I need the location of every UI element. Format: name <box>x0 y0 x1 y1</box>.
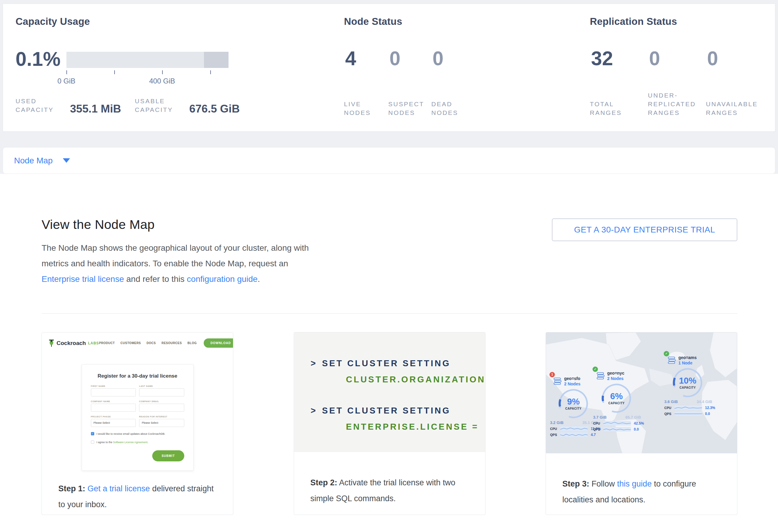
software-license-agreement-link[interactable]: Software License Agreement. <box>113 441 148 444</box>
used-capacity-label: USED CAPACITY <box>15 97 65 114</box>
node-map-preview: 1 geo=sfo 2 Nodes <box>546 332 737 453</box>
capacity-caption: CAPACITY <box>608 401 625 405</box>
intro-text: . <box>257 275 260 284</box>
steps-cards: Cockroach LABS PRODUCT CUSTOMERS DOCS RE… <box>42 332 737 515</box>
capacity-used-percent: 0.1% <box>15 48 60 70</box>
sql-prompt: > <box>311 359 317 368</box>
error-badge: 1 <box>549 372 555 377</box>
company-name-input[interactable] <box>91 404 136 412</box>
usable-capacity-value: 676.5 GiB <box>189 103 240 115</box>
axis-tick-label: 400 GiB <box>149 77 175 85</box>
qps-sparkline <box>675 411 702 416</box>
cluster-node-count: 1 Node <box>678 361 697 365</box>
capacity-gauge: 10% CAPACITY <box>672 367 703 398</box>
sql-keyword: SET CLUSTER SETTING <box>322 359 451 368</box>
download-button[interactable]: DOWNLOAD <box>204 338 233 348</box>
capacity-bar-track <box>66 52 229 68</box>
capacity-gauge: 6% CAPACITY <box>601 383 632 414</box>
nav-docs[interactable]: DOCS <box>147 341 156 345</box>
qps-metric: QPS 4.7 <box>550 432 603 437</box>
qps-sparkline <box>560 432 588 437</box>
email-updates-label: I would like to receive email updates ab… <box>97 432 165 435</box>
nav-customers[interactable]: CUSTOMERS <box>121 341 141 345</box>
license-agreement-label: I agree to the Software License Agreemen… <box>97 441 148 444</box>
step2-card: >SET CLUSTER SETTING CLUSTER.ORGANIZATIO… <box>294 332 485 515</box>
intro-paragraph: The Node Map shows the geographical layo… <box>42 240 314 287</box>
field-label: FIRST NAME <box>91 385 136 387</box>
replication-status-title: Replication Status <box>590 16 677 27</box>
field-label: COMPANY EMAIL <box>139 400 184 402</box>
chevron-down-icon[interactable] <box>63 158 70 163</box>
project-phase-select[interactable]: Please Select <box>91 419 136 427</box>
step1-card: Cockroach LABS PRODUCT CUSTOMERS DOCS RE… <box>42 332 233 515</box>
database-icon <box>668 356 676 364</box>
suspect-nodes-label: SUSPECTNODES <box>388 88 424 117</box>
trial-license-site-screenshot: Cockroach LABS PRODUCT CUSTOMERS DOCS RE… <box>42 332 233 468</box>
main-content: View the Node Map The Node Map shows the… <box>0 174 778 515</box>
field-last-name: LAST NAME <box>139 385 184 396</box>
field-first-name: FIRST NAME <box>91 385 136 396</box>
top-stats-region: Capacity Usage 0.1% 0 GiB 400 GiB USED C… <box>0 0 778 174</box>
submit-button[interactable]: SUBMIT <box>152 450 184 461</box>
cpu-sparkline <box>603 421 631 426</box>
healthy-badge: ✓ <box>593 367 598 372</box>
sql-command-2: >SET CLUSTER SETTING ENTERPRISE.LICENSE … <box>311 404 485 434</box>
capacity-percent: 6% <box>610 392 623 401</box>
nav-resources[interactable]: RESOURCES <box>161 341 182 345</box>
get-trial-license-link[interactable]: Get a trial license <box>85 484 150 493</box>
cluster-node-count: 2 Nodes <box>564 381 580 386</box>
nav-product[interactable]: PRODUCT <box>99 341 115 345</box>
cpu-sparkline <box>675 405 702 410</box>
step2-label: Step 2: <box>310 478 337 487</box>
cluster-summary-panel: Capacity Usage 0.1% 0 GiB 400 GiB USED C… <box>3 4 775 132</box>
cluster-name: geo=nyc <box>607 371 624 376</box>
enterprise-trial-license-link[interactable]: Enterprise trial license <box>42 275 124 284</box>
brand-text: Cockroach <box>57 340 86 347</box>
last-name-input[interactable] <box>139 388 184 396</box>
usable-capacity-label: USABLE CAPACITY <box>135 97 184 114</box>
axis-tick <box>162 70 163 74</box>
intro-row: View the Node Map The Node Map shows the… <box>42 174 737 287</box>
enterprise-trial-button[interactable]: GET A 30-DAY ENTERPRISE TRIAL <box>552 218 737 241</box>
capacity-caption: CAPACITY <box>680 386 696 389</box>
cpu-sparkline <box>560 427 588 431</box>
nodemap-dropdown[interactable]: Node Map <box>14 156 53 165</box>
configuration-guide-link[interactable]: configuration guide <box>187 275 258 284</box>
license-agreement-row: I agree to the Software License Agreemen… <box>91 441 184 444</box>
nav-blog[interactable]: BLOG <box>187 341 197 345</box>
healthy-badge: ✓ <box>664 351 669 356</box>
intro-text: The Node Map shows the geographical layo… <box>42 243 309 268</box>
license-agreement-checkbox[interactable] <box>91 441 94 444</box>
capacity-usage-title: Capacity Usage <box>15 16 90 27</box>
email-updates-checkbox[interactable]: ✓ <box>91 432 94 435</box>
total-ranges-value: 32 <box>590 48 622 69</box>
under-replicated-value: 0 <box>648 48 696 69</box>
suspect-nodes-stat: 0 SUSPECTNODES <box>388 48 424 117</box>
site-header: Cockroach LABS PRODUCT CUSTOMERS DOCS RE… <box>42 332 233 348</box>
form-fields: FIRST NAME LAST NAME COMPANY NAME C <box>91 385 184 427</box>
step3-text: Follow <box>589 479 617 488</box>
cpu-metric: CPU 42.5% <box>593 421 646 426</box>
total-ranges-label: TOTALRANGES <box>590 88 622 117</box>
capacity-range: 3.6 GiB34.4 GiB <box>664 399 712 404</box>
sql-code-block: >SET CLUSTER SETTING CLUSTER.ORGANIZATIO… <box>294 332 485 452</box>
sql-setting-organization: CLUSTER.ORGANIZATION = <box>311 373 485 386</box>
sql-keyword: SET CLUSTER SETTING <box>322 406 451 415</box>
capacity-percent: 10% <box>679 376 696 385</box>
field-label: REASON FOR INTEREST <box>139 415 184 418</box>
unavailable-ranges-stat: 0 UNAVAILABLERANGES <box>706 48 758 117</box>
cluster-node-count: 2 Nodes <box>607 376 624 381</box>
dead-nodes-stat: 0 DEADNODES <box>431 48 458 117</box>
this-guide-link[interactable]: this guide <box>617 479 652 488</box>
company-email-input[interactable] <box>139 404 184 412</box>
capacity-range: 3.7 GiB65.7 GiB <box>593 415 641 420</box>
reason-select[interactable]: Please Select <box>139 419 184 427</box>
map-cluster-nyc: ✓ geo=nyc 2 Nodes <box>593 371 646 432</box>
field-label: LAST NAME <box>139 385 184 387</box>
dead-nodes-value: 0 <box>431 48 458 69</box>
node-status-title: Node Status <box>344 16 402 27</box>
capacity-percent: 9% <box>567 397 580 406</box>
capacity-gauge: 9% CAPACITY <box>558 388 589 419</box>
qps-metric: QPS 0.0 <box>664 411 717 416</box>
first-name-input[interactable] <box>91 388 136 396</box>
